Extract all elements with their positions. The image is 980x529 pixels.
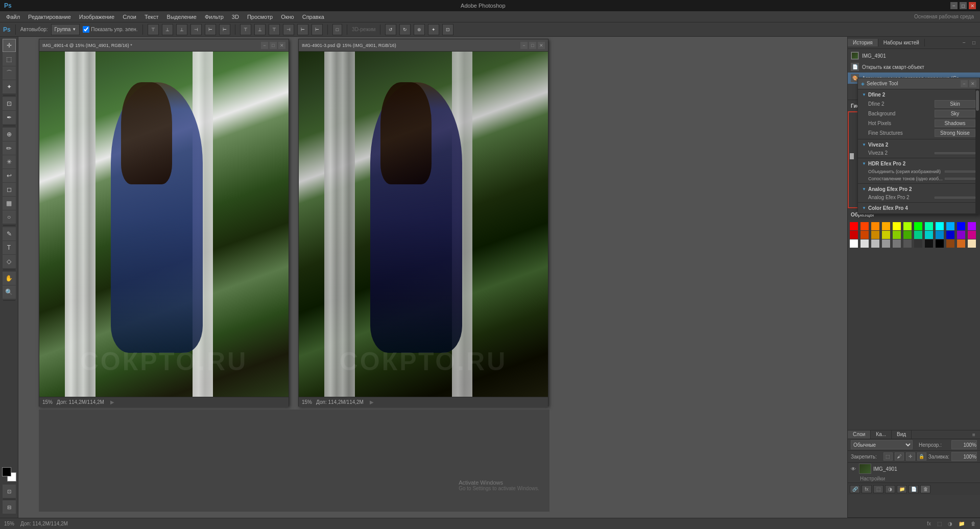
- healing-tool[interactable]: ⊕: [3, 128, 16, 141]
- lasso-tool[interactable]: ⌒: [3, 66, 16, 80]
- eraser-tool[interactable]: ◻: [3, 183, 16, 196]
- sample-black[interactable]: [936, 239, 944, 248]
- new-layer-btn[interactable]: 📄: [909, 485, 919, 493]
- crop-tool[interactable]: ⊡: [3, 97, 16, 110]
- hdr-value-2[interactable]: [945, 178, 975, 180]
- dodge-tool[interactable]: ○: [3, 210, 16, 224]
- group-dropdown[interactable]: Группа ▼: [51, 24, 80, 35]
- doc-titlebar-1[interactable]: IMG_4901-4 @ 15% (IMG_4901, RGB/16) * − …: [39, 39, 289, 52]
- sample-amber[interactable]: [882, 222, 890, 230]
- show-controls-checkbox[interactable]: [83, 26, 89, 33]
- maximize-button[interactable]: □: [960, 2, 967, 9]
- minimize-button[interactable]: −: [950, 2, 958, 9]
- tab-paths[interactable]: Вид: [892, 430, 912, 439]
- sample-near-black[interactable]: [925, 239, 933, 248]
- sample-cyan[interactable]: [936, 222, 944, 230]
- panel-expand-btn[interactable]: □: [970, 39, 978, 47]
- menu-select[interactable]: Выделение: [163, 13, 201, 21]
- add-style-btn[interactable]: fx: [862, 485, 872, 493]
- quick-mask-btn[interactable]: ⊡: [3, 485, 16, 498]
- 3d-btn2[interactable]: ↻: [399, 24, 411, 35]
- sample-white[interactable]: [850, 239, 858, 248]
- selective-tool-scrollbar[interactable]: [975, 89, 979, 214]
- sample-gray3[interactable]: [893, 239, 901, 248]
- sample-dark-red[interactable]: [850, 231, 858, 239]
- gradient-tool[interactable]: ▦: [3, 197, 16, 210]
- align-right-btn[interactable]: ⊢: [219, 24, 230, 35]
- align-left-btn[interactable]: ⊣: [190, 24, 202, 35]
- sample-dark-gray[interactable]: [914, 239, 922, 248]
- menu-image[interactable]: Изображение: [75, 13, 118, 21]
- menu-file[interactable]: Файл: [2, 13, 24, 21]
- eyedropper-tool[interactable]: ✒: [3, 111, 16, 124]
- hdr-value-1[interactable]: [945, 171, 975, 173]
- foreground-color[interactable]: [2, 467, 11, 476]
- menu-help[interactable]: Справка: [298, 13, 328, 21]
- fg-bg-color-indicator[interactable]: [2, 467, 16, 482]
- menu-3d[interactable]: 3D: [228, 13, 243, 21]
- scrollbar-thumb[interactable]: [976, 90, 979, 111]
- distribute-btn3[interactable]: ⊤: [269, 24, 280, 35]
- sample-green[interactable]: [914, 222, 922, 230]
- history-source[interactable]: IMG_4901: [848, 50, 980, 61]
- sample-orange[interactable]: [871, 222, 879, 230]
- menu-window[interactable]: Окно: [277, 13, 298, 21]
- history-brush-tool[interactable]: ↩: [3, 169, 16, 182]
- brush-tool[interactable]: ✏: [3, 141, 16, 155]
- menu-view[interactable]: Просмотр: [243, 13, 277, 21]
- align-bottom-btn[interactable]: ⊥: [176, 24, 187, 35]
- sample-dark-green[interactable]: [903, 231, 912, 239]
- menu-edit[interactable]: Редактирование: [24, 13, 75, 21]
- sample-dark-sky[interactable]: [936, 231, 944, 239]
- distribute-btn5[interactable]: ⊢: [297, 24, 308, 35]
- sample-magenta[interactable]: [968, 231, 976, 239]
- tab-channels[interactable]: Ка...: [871, 430, 892, 439]
- sample-purple[interactable]: [968, 222, 976, 230]
- selective-tool-titlebar[interactable]: ◈ Selective Tool − ✕: [858, 78, 979, 89]
- st-analog-header[interactable]: ▼ Analog Efex Pro 2: [858, 185, 979, 194]
- close-button[interactable]: ✕: [969, 2, 976, 9]
- new-adjustment-btn[interactable]: ◑: [885, 485, 895, 493]
- text-tool[interactable]: T: [3, 241, 16, 254]
- opacity-input[interactable]: [951, 440, 977, 449]
- sample-sienna[interactable]: [957, 239, 965, 248]
- sample-gray4[interactable]: [903, 239, 912, 248]
- move-tool[interactable]: ✛: [3, 39, 16, 52]
- layer-row-img4901[interactable]: 👁 IMG_4901: [848, 463, 980, 475]
- doc-titlebar-2[interactable]: IMG-4901-3.psd @ 15% (IMG_4901, RGB/16) …: [299, 39, 548, 52]
- hand-tool[interactable]: ✋: [3, 272, 16, 285]
- doc-maximize-1[interactable]: □: [270, 42, 277, 49]
- align-vcenter-btn[interactable]: ⊥: [162, 24, 173, 35]
- sample-orange-red[interactable]: [861, 222, 869, 230]
- dfine-value-2[interactable]: Sky: [935, 110, 975, 117]
- sample-sky[interactable]: [946, 222, 954, 230]
- pen-tool[interactable]: ✎: [3, 227, 16, 241]
- sample-dark-amber[interactable]: [871, 231, 879, 239]
- sample-yellow[interactable]: [893, 222, 901, 230]
- blend-mode-select[interactable]: Обычные: [851, 440, 913, 449]
- screen-mode-btn[interactable]: ⊟: [3, 500, 16, 514]
- menu-filter[interactable]: Фильтр: [201, 13, 228, 21]
- layers-panel-options[interactable]: ≡: [970, 430, 978, 439]
- 3d-btn1[interactable]: ↺: [385, 24, 396, 35]
- sample-gray2[interactable]: [882, 239, 890, 248]
- sample-dark-blue[interactable]: [946, 231, 954, 239]
- lock-image-btn[interactable]: 🖌: [895, 452, 904, 461]
- st-minimize-btn[interactable]: −: [961, 80, 968, 87]
- st-close-btn[interactable]: ✕: [969, 80, 976, 87]
- layer-row-settings[interactable]: Настройки: [848, 475, 980, 483]
- distribute-btn2[interactable]: ⊥: [254, 24, 266, 35]
- history-item-1[interactable]: 📄 Открыть как смарт-объект: [848, 61, 980, 73]
- viveza-value-1[interactable]: [935, 152, 975, 154]
- shape-tool[interactable]: ◇: [3, 255, 16, 268]
- link-layers-btn[interactable]: 🔗: [850, 485, 860, 493]
- layer-visibility-btn[interactable]: 👁: [850, 465, 857, 472]
- 3d-btn3[interactable]: ⊕: [414, 24, 425, 35]
- align-top-btn[interactable]: ⊤: [148, 24, 159, 35]
- sample-wheat[interactable]: [968, 239, 976, 248]
- sample-dark-lime[interactable]: [893, 231, 901, 239]
- selection-tool[interactable]: ⬚: [3, 53, 16, 66]
- thumbnail-left-handle[interactable]: [850, 153, 854, 159]
- lock-all-btn[interactable]: 🔒: [917, 452, 926, 461]
- add-mask-btn[interactable]: ⬚: [873, 485, 883, 493]
